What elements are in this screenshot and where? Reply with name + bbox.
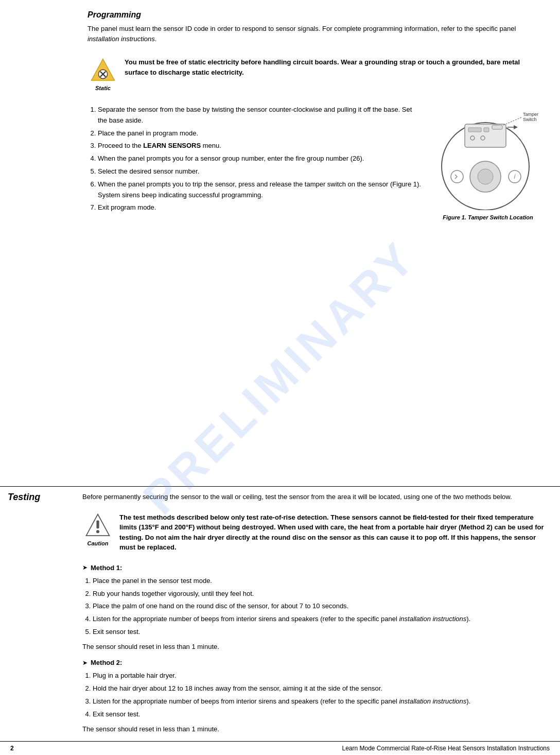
main-content: Programming The panel must learn the sen… (0, 0, 560, 481)
method1-heading: Method 1: (82, 564, 545, 572)
static-triangle-icon (90, 57, 116, 84)
caution-icon-container: Caution (82, 512, 113, 546)
method2-italic: installation instructions (399, 697, 466, 705)
step-7: Exit program mode. (98, 202, 421, 213)
step-1: Separate the sensor from the base by twi… (98, 105, 421, 126)
footer: 2 Learn Mode Commercial Rate-of-Rise Hea… (0, 741, 560, 755)
svg-rect-7 (484, 128, 489, 132)
left-sidebar (0, 10, 82, 481)
svg-text:Tamper: Tamper (523, 112, 538, 117)
testing-content: Before permanently securing the sensor t… (82, 492, 560, 741)
testing-section: Testing Before permanently securing the … (0, 486, 560, 741)
method2-step-1: Plug in a portable hair dryer. (93, 671, 545, 681)
method1-list: Place the panel in the sensor test mode.… (93, 576, 545, 638)
footer-title: Learn Mode Commercial Rate-of-Rise Heat … (342, 745, 550, 752)
static-icon-container: Static (87, 57, 118, 91)
testing-label: Testing (0, 492, 82, 741)
svg-point-14 (478, 169, 493, 184)
sensor-diagram: i Tamper Switch Figure 1. Tamper Switch … (431, 110, 545, 220)
programming-intro: The panel must learn the sensor ID code … (87, 24, 545, 44)
method2-list: Plug in a portable hair dryer. Hold the … (93, 671, 545, 719)
method1-label: Method 1: (91, 564, 122, 572)
step-3: Proceed to the LEARN SENSORS menu. (98, 141, 421, 151)
method1-step-2: Rub your hands together vigorously, unti… (93, 589, 545, 599)
method1-reset: The sensor should reset in less than 1 m… (82, 642, 545, 652)
intro-text-before: The panel must learn the sensor ID code … (87, 25, 516, 32)
step-2: Place the panel in program mode. (98, 128, 421, 139)
caution-text: The test methods described below only te… (119, 512, 545, 553)
steps-container: Separate the sensor from the base by twi… (87, 105, 545, 220)
programming-steps-ol: Separate the sensor from the base by twi… (98, 105, 421, 213)
page-container: PRELIMINARY Programming The panel must l… (0, 0, 560, 755)
svg-rect-6 (468, 128, 481, 132)
intro-italic: installation instructions (87, 35, 155, 43)
method1-step-4: Listen for the appropriate number of bee… (93, 614, 545, 625)
svg-marker-12 (514, 125, 518, 129)
method2-label: Method 2: (91, 659, 122, 666)
method2-step-2: Hold the hair dryer about 12 to 18 inche… (93, 683, 545, 694)
sensor-svg: i Tamper Switch (436, 110, 539, 210)
method2-step-3: Listen for the appropriate number of bee… (93, 696, 545, 707)
figure-caption: Figure 1. Tamper Switch Location (443, 214, 533, 220)
caution-triangle-icon (84, 512, 111, 539)
method1-step-3: Place the palm of one hand on the round … (93, 601, 545, 612)
programming-title: Programming (87, 10, 545, 20)
method1-italic: installation instructions (399, 615, 466, 623)
step-5: Select the desired sensor number. (98, 166, 421, 177)
svg-rect-10 (492, 125, 502, 129)
programming-content: Programming The panel must learn the sen… (82, 10, 560, 481)
step-4: When the panel prompts you for a sensor … (98, 153, 421, 164)
method2-step-4: Exit sensor test. (93, 709, 545, 720)
svg-text:i: i (514, 173, 516, 180)
footer-page-number: 2 (10, 745, 14, 752)
static-label: Static (95, 85, 111, 91)
method1-step-1: Place the panel in the sensor test mode. (93, 576, 545, 587)
steps-list: Separate the sensor from the base by twi… (87, 105, 421, 215)
method1-step-5: Exit sensor test. (93, 627, 545, 638)
testing-intro: Before permanently securing the sensor t… (82, 492, 545, 502)
method2-heading: Method 2: (82, 659, 545, 666)
svg-text:Switch: Switch (523, 117, 537, 122)
caution-label: Caution (87, 540, 109, 546)
method2-reset: The sensor should reset in less than 1 m… (82, 724, 545, 734)
step-6: When the panel prompts you to trip the s… (98, 179, 421, 201)
intro-text-end: . (155, 35, 157, 43)
static-warning-text: You must be free of static electricity b… (125, 57, 545, 77)
svg-line-18 (503, 117, 521, 125)
caution-box: Caution The test methods described below… (82, 509, 545, 556)
svg-rect-22 (96, 520, 99, 528)
learn-sensors-bold: LEARN SENSORS (143, 142, 201, 149)
static-warning-box: Static You must be free of static electr… (87, 53, 545, 95)
svg-point-23 (96, 530, 99, 533)
